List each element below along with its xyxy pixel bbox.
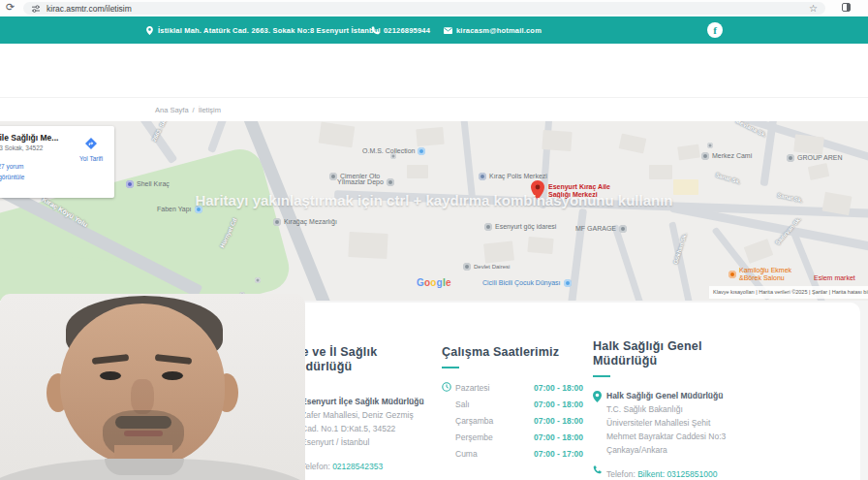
- breadcrumb-bar: Ana Sayfa / İletişim: [0, 97, 868, 122]
- map-bldg: [416, 127, 444, 146]
- col4-phone-entry: Telefon: Bilkent: 03125851000 Sıhhiye: 0…: [593, 464, 758, 480]
- site-header: ☪ İSTANBUL İL SAĞLIK MÜDÜRLÜĞÜ ESENYURT …: [0, 44, 868, 97]
- map-poi-label: Yılmazlar Depo: [337, 178, 394, 186]
- map-dot: [255, 277, 261, 283]
- screen: { "browser": { "url": "kirac.asmtr.com/i…: [0, 0, 868, 480]
- topbar-address: İstiklal Mah. Atatürk Cad. 2663. Sokak N…: [145, 16, 381, 44]
- map-zoom-hint: Haritayı yakınlaştırmak için ctrl + kayd…: [0, 192, 868, 208]
- clock-icon: [442, 382, 451, 392]
- map-poi-label: Eslem market: [814, 274, 855, 282]
- browser-toolbar: ⟳ kirac.asmtr.com/iletisim ☆: [0, 0, 868, 17]
- topbar-email[interactable]: kiracasm@hotmail.com: [444, 16, 542, 44]
- google-logo-letter: e: [446, 277, 451, 288]
- map-poi-label: O.M.S. Collection: [362, 147, 425, 155]
- col2-phone-entry: Telefon: 02128542353: [288, 456, 433, 473]
- poi-marker-icon: [329, 173, 337, 180]
- map-bldg: [542, 130, 572, 151]
- map-bldg: [319, 122, 356, 148]
- hours-day: Perşembe: [455, 430, 534, 446]
- location-pin-icon: [145, 26, 154, 35]
- contact-col-public-health: Halk Sağlığı Genel Müdürlüğü Halk Sağlığ…: [593, 339, 758, 480]
- directions-label[interactable]: Yol Tarifi: [74, 155, 108, 162]
- poi-marker-icon: [273, 218, 281, 226]
- contact-topbar: İstiklal Mah. Atatürk Cad. 2663. Sokak N…: [0, 16, 868, 44]
- map-embed[interactable]: 2663. Sk.O.M.S. CollectionÇimenler OtoSh…: [0, 121, 868, 301]
- person-eye-right: [162, 371, 183, 380]
- col4-phone-link[interactable]: Bilkent: 03125851000: [637, 469, 717, 479]
- person-mouth: [124, 431, 163, 436]
- hours-day: Salı: [455, 397, 534, 413]
- hours-row: Çarşamba07:00 - 18:00: [455, 413, 583, 430]
- map-bldg: [407, 165, 428, 178]
- poi-marker-icon: [701, 152, 709, 160]
- heading-underline: [442, 367, 459, 368]
- person-nose: [131, 379, 154, 414]
- breadcrumb-current: İletişim: [199, 106, 221, 114]
- map-poi-label: GROUP AREN: [787, 154, 843, 162]
- poi-marker-icon: [126, 180, 134, 188]
- map-street-label: Sanat Sk.: [715, 172, 742, 185]
- breadcrumb-home[interactable]: Ana Sayfa: [155, 106, 189, 114]
- url-text[interactable]: kirac.asmtr.com/iletisim: [46, 4, 809, 14]
- map-road: [207, 121, 231, 153]
- col2-entry1: Esenyurt İlçe Sağlık Müdürlüğü Zafer Mah…: [288, 395, 433, 449]
- info-card-reviews-link[interactable]: 27 yorum: [0, 163, 24, 170]
- map-attribution[interactable]: Klavye kısayolları | Harita verileri ©20…: [709, 286, 868, 299]
- phone-icon: [593, 465, 602, 474]
- map-bldg: [619, 133, 647, 153]
- hours-row: Perşembe07:00 - 18:00: [455, 430, 583, 446]
- hours-entry: Pazartesi07:00 - 18:00Salı07:00 - 18:00Ç…: [442, 380, 582, 463]
- hours-time: 07:00 - 18:00: [534, 430, 583, 446]
- facebook-icon[interactable]: f: [707, 22, 723, 38]
- map-road: [611, 224, 644, 301]
- map-bldg: [677, 144, 700, 161]
- hours-time: 07:00 - 18:00: [534, 413, 583, 430]
- hours-time: 07:00 - 18:00: [534, 397, 583, 413]
- hours-row: Salı07:00 - 18:00: [455, 397, 583, 413]
- poi-marker-icon: [463, 263, 471, 271]
- hours-list: Pazartesi07:00 - 18:00Salı07:00 - 18:00Ç…: [455, 380, 582, 463]
- poi-marker-icon: [619, 225, 627, 233]
- col2-phone-link[interactable]: 02128542353: [332, 462, 383, 471]
- poi-marker-icon: [728, 271, 736, 278]
- poi-marker-icon: [484, 223, 492, 231]
- map-poi-label: Cicili Bicili Çocuk Dünyası: [482, 279, 572, 287]
- map-bldg: [808, 163, 829, 180]
- side-panel-icon[interactable]: [842, 3, 851, 12]
- map-poi-label: Merkez Cami: [701, 152, 752, 160]
- contact-col-district: İlçe ve İl Sağlık Müdürlüğü Esenyurt İlç…: [288, 345, 433, 480]
- hours-day: Cuma: [455, 446, 534, 463]
- topbar-phone[interactable]: 02126895944: [371, 16, 430, 44]
- map-poi-label: Esenyurt göç idaresi: [484, 223, 556, 231]
- directions-icon: [85, 138, 97, 149]
- heading-underline: [593, 375, 610, 377]
- poi-marker-icon: [387, 178, 394, 186]
- breadcrumb: Ana Sayfa / İletişim: [155, 106, 221, 114]
- map-bldg: [483, 240, 514, 263]
- map-dot: [707, 143, 713, 148]
- mail-icon: [444, 26, 452, 35]
- map-poi-label: MF GARAGE: [575, 225, 627, 233]
- col4-heading: Halk Sağlığı Genel Müdürlüğü: [593, 339, 714, 368]
- reload-icon[interactable]: ⟳: [6, 1, 15, 14]
- hours-row: Cuma07:00 - 17:00: [455, 446, 583, 463]
- bookmark-star-icon[interactable]: ☆: [809, 3, 818, 14]
- phone-icon: [371, 26, 380, 35]
- map-info-card: Kıraç Aile Sağlığı Me... zi Cd. 2663 Sok…: [0, 126, 114, 198]
- map-bldg: [527, 237, 553, 254]
- site-settings-icon[interactable]: [31, 4, 41, 14]
- hours-row: Pazartesi07:00 - 18:00: [455, 380, 583, 397]
- hours-time: 07:00 - 17:00: [534, 446, 583, 463]
- hours-day: Çarşamba: [455, 413, 534, 430]
- view-larger-map-link[interactable]: k haritayı görüntüle: [0, 174, 107, 180]
- col2-heading: İlçe ve İl Sağlık Müdürlüğü: [288, 345, 433, 374]
- directions-button[interactable]: Yol Tarifi: [74, 136, 108, 162]
- webcam-overlay: [0, 294, 305, 480]
- col3-heading: Çalışma Saatlerimiz: [442, 345, 582, 360]
- breadcrumb-separator: /: [193, 106, 195, 114]
- poi-marker-icon: [787, 154, 794, 162]
- google-logo-letter: G: [417, 277, 424, 288]
- address-bar[interactable]: kirac.asmtr.com/iletisim ☆: [23, 2, 825, 15]
- poi-marker-icon: [479, 173, 486, 180]
- map-bldg: [348, 232, 388, 259]
